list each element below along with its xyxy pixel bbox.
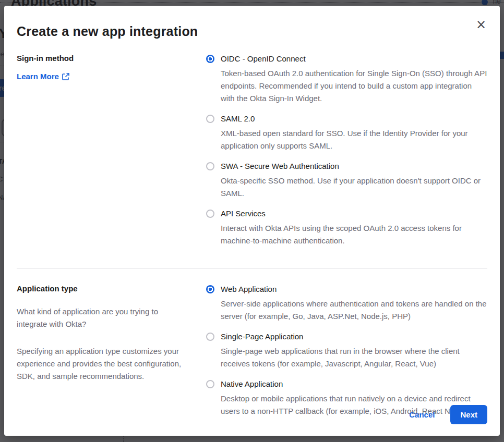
close-icon[interactable]: × — [474, 17, 488, 32]
application-type-section: Application type What kind of applicatio… — [17, 284, 487, 418]
radio-icon[interactable] — [206, 115, 214, 123]
radio-option-label: Single-Page Application — [221, 332, 303, 341]
radio-icon[interactable] — [206, 55, 214, 63]
application-type-description-1: What kind of application are you trying … — [17, 305, 190, 330]
external-link-icon — [62, 73, 69, 80]
screen: Applications ne Yo ee re TA C NA × Creat… — [0, 0, 504, 442]
radio-option-description: Single-page web applications that run in… — [221, 345, 487, 370]
radio-option-label: SWA - Secure Web Authentication — [221, 162, 339, 170]
signin-method-section: Sign-in method Learn More — [17, 54, 487, 247]
signin-method-options: OIDC - OpenID Connect Token-based OAuth … — [206, 54, 487, 247]
radio-icon[interactable] — [206, 162, 214, 170]
radio-option-label: Web Application — [221, 285, 277, 293]
radio-option-description: XML-based open standard for SSO. Use if … — [221, 127, 487, 152]
radio-option-single-page-application[interactable]: Single-Page Application Single-page web … — [206, 332, 487, 370]
application-type-left: Application type What kind of applicatio… — [17, 284, 206, 418]
radio-option-description: Token-based OAuth 2.0 authentication for… — [221, 67, 487, 105]
dialog-footer: Cancel Next — [409, 405, 487, 424]
radio-icon[interactable] — [206, 210, 214, 218]
section-divider — [17, 268, 487, 268]
radio-icon[interactable] — [206, 285, 214, 293]
radio-option-description: Server-side applications where authentic… — [221, 298, 487, 323]
application-type-label: Application type — [17, 284, 190, 293]
radio-option-label: SAML 2.0 — [221, 114, 255, 123]
radio-option-web-application[interactable]: Web Application Server-side applications… — [206, 284, 487, 323]
signin-method-label: Sign-in method — [17, 54, 190, 63]
radio-icon[interactable] — [206, 380, 214, 388]
radio-option-description: Interact with Okta APIs using the scoped… — [221, 222, 487, 247]
radio-option-oidc[interactable]: OIDC - OpenID Connect Token-based OAuth … — [206, 54, 487, 105]
application-type-options: Web Application Server-side applications… — [206, 284, 487, 418]
next-button[interactable]: Next — [450, 405, 487, 424]
radio-option-description: Okta-specific SSO method. Use if your ap… — [221, 175, 487, 200]
create-app-integration-dialog: × Create a new app integration Sign-in m… — [4, 6, 500, 436]
radio-option-label: OIDC - OpenID Connect — [221, 54, 306, 63]
learn-more-link[interactable]: Learn More — [17, 72, 69, 81]
radio-option-api-services[interactable]: API Services Interact with Okta APIs usi… — [206, 208, 487, 247]
radio-option-swa[interactable]: SWA - Secure Web Authentication Okta-spe… — [206, 161, 487, 200]
radio-icon[interactable] — [206, 333, 214, 341]
signin-method-left: Sign-in method Learn More — [17, 54, 206, 247]
radio-option-label: Native Application — [221, 379, 283, 388]
learn-more-label: Learn More — [17, 72, 59, 81]
radio-option-label: API Services — [221, 209, 266, 218]
radio-option-saml[interactable]: SAML 2.0 XML-based open standard for SSO… — [206, 114, 487, 152]
application-type-description-2: Specifying an application type customize… — [17, 345, 190, 383]
cancel-button[interactable]: Cancel — [409, 410, 435, 419]
dialog-title: Create a new app integration — [17, 23, 487, 39]
